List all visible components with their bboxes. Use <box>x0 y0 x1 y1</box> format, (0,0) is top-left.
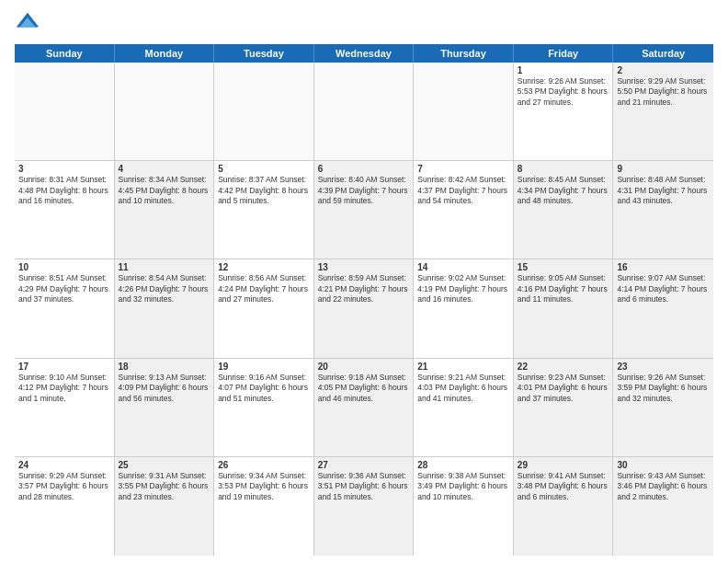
weekday-header-sunday: Sunday <box>15 44 115 63</box>
day-number: 19 <box>218 362 310 372</box>
day-cell-15: 15Sunrise: 9:05 AM Sunset: 4:16 PM Dayli… <box>514 259 614 357</box>
day-cell-16: 16Sunrise: 9:07 AM Sunset: 4:14 PM Dayli… <box>613 259 713 357</box>
day-info: Sunrise: 9:13 AM Sunset: 4:09 PM Dayligh… <box>119 373 210 404</box>
weekday-header-thursday: Thursday <box>414 44 514 63</box>
calendar-row-1: 3Sunrise: 8:31 AM Sunset: 4:48 PM Daylig… <box>15 161 713 259</box>
calendar-row-2: 10Sunrise: 8:51 AM Sunset: 4:29 PM Dayli… <box>15 259 713 358</box>
day-number: 6 <box>318 164 410 174</box>
day-info: Sunrise: 9:21 AM Sunset: 4:03 PM Dayligh… <box>417 373 509 404</box>
weekday-header-monday: Monday <box>115 44 215 63</box>
day-info: Sunrise: 9:34 AM Sunset: 3:53 PM Dayligh… <box>218 471 310 502</box>
day-number: 10 <box>18 262 110 272</box>
day-cell-3: 3Sunrise: 8:31 AM Sunset: 4:48 PM Daylig… <box>15 161 115 259</box>
day-info: Sunrise: 8:45 AM Sunset: 4:34 PM Dayligh… <box>518 175 609 206</box>
day-cell-10: 10Sunrise: 8:51 AM Sunset: 4:29 PM Dayli… <box>15 259 115 357</box>
day-number: 24 <box>18 460 110 470</box>
day-number: 14 <box>417 262 509 272</box>
day-cell-17: 17Sunrise: 9:10 AM Sunset: 4:12 PM Dayli… <box>15 359 115 456</box>
calendar: SundayMondayTuesdayWednesdayThursdayFrid… <box>15 44 713 556</box>
day-info: Sunrise: 9:31 AM Sunset: 3:55 PM Dayligh… <box>119 471 210 502</box>
day-number: 15 <box>518 262 609 272</box>
empty-cell-0-2 <box>214 63 314 160</box>
calendar-row-3: 17Sunrise: 9:10 AM Sunset: 4:12 PM Dayli… <box>15 359 713 457</box>
day-number: 9 <box>617 164 710 174</box>
day-cell-29: 29Sunrise: 9:41 AM Sunset: 3:48 PM Dayli… <box>514 457 614 556</box>
day-cell-28: 28Sunrise: 9:38 AM Sunset: 3:49 PM Dayli… <box>414 457 514 556</box>
day-info: Sunrise: 9:41 AM Sunset: 3:48 PM Dayligh… <box>518 471 609 502</box>
day-info: Sunrise: 9:05 AM Sunset: 4:16 PM Dayligh… <box>518 273 609 304</box>
day-number: 25 <box>119 460 210 470</box>
day-cell-25: 25Sunrise: 9:31 AM Sunset: 3:55 PM Dayli… <box>115 457 215 556</box>
day-info: Sunrise: 8:59 AM Sunset: 4:21 PM Dayligh… <box>318 273 410 304</box>
weekday-header-friday: Friday <box>514 44 614 63</box>
day-cell-9: 9Sunrise: 8:48 AM Sunset: 4:31 PM Daylig… <box>613 161 713 259</box>
day-number: 8 <box>518 164 609 174</box>
day-cell-2: 2Sunrise: 9:29 AM Sunset: 5:50 PM Daylig… <box>613 63 713 160</box>
day-cell-1: 1Sunrise: 9:26 AM Sunset: 5:53 PM Daylig… <box>514 63 614 160</box>
day-info: Sunrise: 9:23 AM Sunset: 4:01 PM Dayligh… <box>518 373 609 404</box>
day-cell-24: 24Sunrise: 9:29 AM Sunset: 3:57 PM Dayli… <box>15 457 115 556</box>
day-info: Sunrise: 8:31 AM Sunset: 4:48 PM Dayligh… <box>18 175 110 206</box>
weekday-header-tuesday: Tuesday <box>214 44 314 63</box>
empty-cell-0-1 <box>115 63 215 160</box>
logo-icon <box>15 11 40 37</box>
day-info: Sunrise: 8:56 AM Sunset: 4:24 PM Dayligh… <box>218 273 310 304</box>
weekday-header-saturday: Saturday <box>613 44 713 63</box>
empty-cell-0-3 <box>314 63 415 160</box>
day-info: Sunrise: 9:10 AM Sunset: 4:12 PM Dayligh… <box>18 373 110 404</box>
day-info: Sunrise: 9:38 AM Sunset: 3:49 PM Dayligh… <box>417 471 509 502</box>
day-cell-7: 7Sunrise: 8:42 AM Sunset: 4:37 PM Daylig… <box>414 161 514 259</box>
day-number: 3 <box>18 164 110 174</box>
header <box>15 11 713 37</box>
day-number: 21 <box>417 362 509 372</box>
day-cell-21: 21Sunrise: 9:21 AM Sunset: 4:03 PM Dayli… <box>414 359 514 456</box>
day-info: Sunrise: 8:51 AM Sunset: 4:29 PM Dayligh… <box>18 273 110 304</box>
day-number: 20 <box>318 362 410 372</box>
day-info: Sunrise: 9:43 AM Sunset: 3:46 PM Dayligh… <box>617 471 710 502</box>
day-info: Sunrise: 9:02 AM Sunset: 4:19 PM Dayligh… <box>417 273 509 304</box>
day-number: 12 <box>218 262 310 272</box>
logo <box>15 11 44 37</box>
day-number: 16 <box>617 262 710 272</box>
day-cell-13: 13Sunrise: 8:59 AM Sunset: 4:21 PM Dayli… <box>314 259 415 357</box>
empty-cell-0-4 <box>414 63 514 160</box>
day-cell-6: 6Sunrise: 8:40 AM Sunset: 4:39 PM Daylig… <box>314 161 415 259</box>
day-info: Sunrise: 8:54 AM Sunset: 4:26 PM Dayligh… <box>119 273 210 304</box>
day-info: Sunrise: 9:16 AM Sunset: 4:07 PM Dayligh… <box>218 373 310 404</box>
page: SundayMondayTuesdayWednesdayThursdayFrid… <box>0 0 728 563</box>
day-cell-23: 23Sunrise: 9:26 AM Sunset: 3:59 PM Dayli… <box>613 359 713 456</box>
day-info: Sunrise: 8:42 AM Sunset: 4:37 PM Dayligh… <box>417 175 509 206</box>
day-number: 28 <box>417 460 509 470</box>
day-info: Sunrise: 9:29 AM Sunset: 3:57 PM Dayligh… <box>18 471 110 502</box>
day-info: Sunrise: 9:29 AM Sunset: 5:50 PM Dayligh… <box>617 76 710 108</box>
day-cell-26: 26Sunrise: 9:34 AM Sunset: 3:53 PM Dayli… <box>214 457 314 556</box>
calendar-body: 1Sunrise: 9:26 AM Sunset: 5:53 PM Daylig… <box>15 63 713 556</box>
day-number: 18 <box>119 362 210 372</box>
day-number: 17 <box>18 362 110 372</box>
day-number: 30 <box>617 460 710 470</box>
day-cell-11: 11Sunrise: 8:54 AM Sunset: 4:26 PM Dayli… <box>115 259 215 357</box>
day-info: Sunrise: 9:07 AM Sunset: 4:14 PM Dayligh… <box>617 273 710 304</box>
day-number: 29 <box>518 460 609 470</box>
day-number: 7 <box>417 164 509 174</box>
day-cell-14: 14Sunrise: 9:02 AM Sunset: 4:19 PM Dayli… <box>414 259 514 357</box>
day-info: Sunrise: 8:37 AM Sunset: 4:42 PM Dayligh… <box>218 175 310 206</box>
day-number: 26 <box>218 460 310 470</box>
day-number: 1 <box>518 65 609 75</box>
day-cell-18: 18Sunrise: 9:13 AM Sunset: 4:09 PM Dayli… <box>115 359 215 456</box>
calendar-row-4: 24Sunrise: 9:29 AM Sunset: 3:57 PM Dayli… <box>15 457 713 556</box>
empty-cell-0-0 <box>15 63 115 160</box>
day-number: 23 <box>617 362 710 372</box>
day-cell-19: 19Sunrise: 9:16 AM Sunset: 4:07 PM Dayli… <box>214 359 314 456</box>
day-cell-4: 4Sunrise: 8:34 AM Sunset: 4:45 PM Daylig… <box>115 161 215 259</box>
day-info: Sunrise: 8:48 AM Sunset: 4:31 PM Dayligh… <box>617 175 710 206</box>
day-number: 2 <box>617 65 710 75</box>
day-number: 4 <box>119 164 210 174</box>
day-info: Sunrise: 9:26 AM Sunset: 3:59 PM Dayligh… <box>617 373 710 404</box>
calendar-row-0: 1Sunrise: 9:26 AM Sunset: 5:53 PM Daylig… <box>15 63 713 161</box>
day-number: 27 <box>318 460 410 470</box>
day-info: Sunrise: 9:26 AM Sunset: 5:53 PM Dayligh… <box>518 76 609 108</box>
day-info: Sunrise: 9:18 AM Sunset: 4:05 PM Dayligh… <box>318 373 410 404</box>
day-cell-12: 12Sunrise: 8:56 AM Sunset: 4:24 PM Dayli… <box>214 259 314 357</box>
day-cell-5: 5Sunrise: 8:37 AM Sunset: 4:42 PM Daylig… <box>214 161 314 259</box>
